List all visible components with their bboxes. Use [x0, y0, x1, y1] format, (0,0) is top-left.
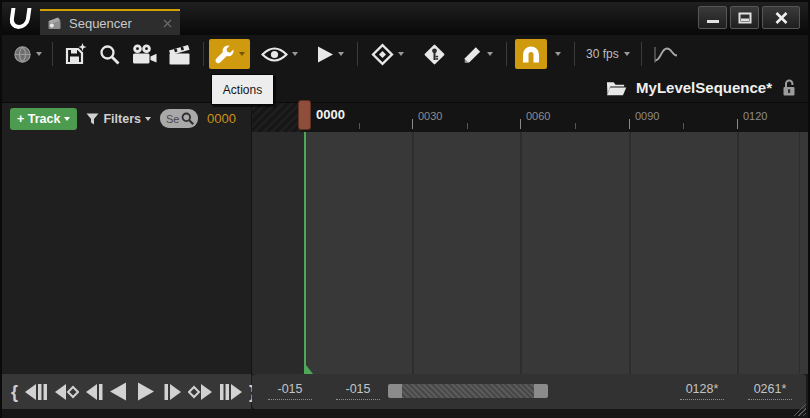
save-as-icon: [64, 43, 87, 65]
chevron-down-icon: [239, 52, 245, 56]
ruler-major-tick: [737, 119, 738, 129]
next-key-button[interactable]: [188, 384, 212, 400]
actions-button[interactable]: [209, 39, 250, 69]
working-range-start-field[interactable]: -015: [336, 382, 380, 400]
edit-options-button[interactable]: [457, 38, 498, 70]
playhead-handle[interactable]: [298, 100, 311, 130]
window-controls: [698, 6, 800, 29]
save-as-button[interactable]: [58, 38, 92, 70]
close-button[interactable]: [762, 6, 800, 29]
sequencer-window: Sequencer: [0, 0, 810, 418]
track-area[interactable]: [252, 132, 808, 374]
add-track-button[interactable]: + Track: [10, 108, 77, 130]
tab-label: Sequencer: [69, 16, 132, 31]
view-range-start-field[interactable]: -015: [268, 382, 312, 400]
search-tracks-input[interactable]: Se: [160, 109, 198, 128]
title-bar[interactable]: Sequencer: [2, 2, 808, 35]
diamond-icon: [371, 43, 394, 66]
gridline: [520, 132, 522, 374]
maximize-button[interactable]: [730, 6, 759, 29]
curve-editor-button[interactable]: [647, 38, 685, 70]
timeline-zoom-scrollbar[interactable]: [388, 384, 548, 398]
ruler-major-tick: [520, 119, 521, 129]
tick-label: 0120: [743, 110, 767, 122]
step-forward-button[interactable]: [164, 384, 181, 400]
sequence-breadcrumb-bar: MyLevelSequence*: [2, 73, 808, 102]
working-range-end-field[interactable]: 0128*: [680, 382, 724, 400]
tooltip-text: Actions: [223, 83, 262, 97]
tick-label: 0030: [418, 110, 442, 122]
search-icon[interactable]: [181, 112, 195, 126]
sequence-name[interactable]: MyLevelSequence*: [636, 79, 772, 96]
world-options-button[interactable]: [8, 38, 47, 70]
lock-icon[interactable]: [781, 79, 796, 96]
camera-icon: [131, 44, 157, 64]
jump-to-end-button[interactable]: [219, 384, 242, 400]
playhead-time-label: 0000: [316, 107, 345, 122]
scrollbar-right-handle[interactable]: [534, 384, 548, 398]
funnel-icon: [86, 113, 99, 125]
time-ruler[interactable]: 0030 0060 0090 0120 0000: [252, 103, 808, 132]
tab-close-icon[interactable]: [163, 19, 172, 28]
bottom-bar: { } -015 -015 0128* 0261*: [2, 374, 808, 409]
create-camera-button[interactable]: [126, 38, 162, 70]
chevron-down-icon: [36, 52, 42, 56]
toolbar-separator: [641, 42, 642, 66]
gridline: [799, 132, 800, 374]
chevron-down-icon: [338, 52, 344, 56]
scrollbar-thumb[interactable]: [402, 384, 534, 398]
track-outliner-panel: + Track Filters Se 0000: [2, 103, 252, 374]
view-range-end-field[interactable]: 0261*: [748, 382, 792, 400]
view-options-button[interactable]: [256, 38, 303, 70]
browse-sequence-button[interactable]: [606, 79, 627, 96]
playback-options-button[interactable]: [311, 38, 349, 70]
chevron-down-icon: [292, 52, 298, 56]
snapping-button[interactable]: [515, 39, 547, 69]
ruler-major-tick: [412, 119, 413, 129]
chevron-down-icon: [487, 52, 493, 56]
ruler-minor-tick: [683, 123, 684, 129]
curve-icon: [652, 44, 680, 65]
render-movie-button[interactable]: [162, 38, 198, 70]
eye-icon: [261, 46, 288, 63]
scrollbar-left-handle[interactable]: [388, 384, 402, 398]
play-icon: [316, 45, 334, 64]
fps-label: 30 fps: [586, 47, 619, 61]
toolbar-separator: [52, 42, 53, 66]
play-forward-button[interactable]: [137, 382, 154, 401]
set-playback-start-button[interactable]: {: [11, 384, 18, 400]
keyframe-options-button[interactable]: [366, 38, 409, 70]
timeline-panel[interactable]: 0030 0060 0090 0120 0000: [252, 103, 808, 374]
playhead-foot-icon: [306, 365, 313, 374]
tick-label: 0090: [635, 110, 659, 122]
ruler-major-tick: [629, 119, 630, 129]
gridline: [737, 132, 739, 374]
minimize-button[interactable]: [698, 6, 727, 29]
track-toolbar: + Track Filters Se 0000: [2, 103, 251, 130]
gridline: [412, 132, 414, 374]
playhead-line: [304, 132, 306, 374]
previous-key-button[interactable]: [55, 384, 79, 400]
current-time-field[interactable]: 0000: [207, 111, 236, 126]
find-button[interactable]: [92, 38, 126, 70]
ruler-minor-tick: [467, 123, 468, 129]
auto-key-button[interactable]: [417, 38, 451, 70]
tick-label: 0060: [526, 110, 550, 122]
frame-rate-button[interactable]: 30 fps: [580, 47, 636, 61]
wrench-icon: [214, 44, 235, 65]
unreal-logo-icon: [8, 4, 36, 32]
chevron-down-icon: [624, 52, 630, 56]
sequencer-toolbar: 30 fps: [2, 35, 808, 73]
play-reverse-button[interactable]: [110, 382, 127, 401]
filters-button[interactable]: Filters: [86, 112, 151, 126]
tab-sequencer[interactable]: Sequencer: [40, 9, 180, 35]
add-track-label: + Track: [17, 112, 60, 126]
chevron-down-icon: [555, 52, 561, 56]
jump-to-start-button[interactable]: [25, 384, 48, 400]
snapping-options-button[interactable]: [547, 38, 569, 70]
sequencer-tab-icon: [48, 17, 62, 30]
globe-icon: [13, 45, 32, 64]
transport-controls: { }: [2, 374, 251, 409]
step-back-button[interactable]: [86, 384, 103, 400]
pen-icon: [462, 44, 483, 65]
